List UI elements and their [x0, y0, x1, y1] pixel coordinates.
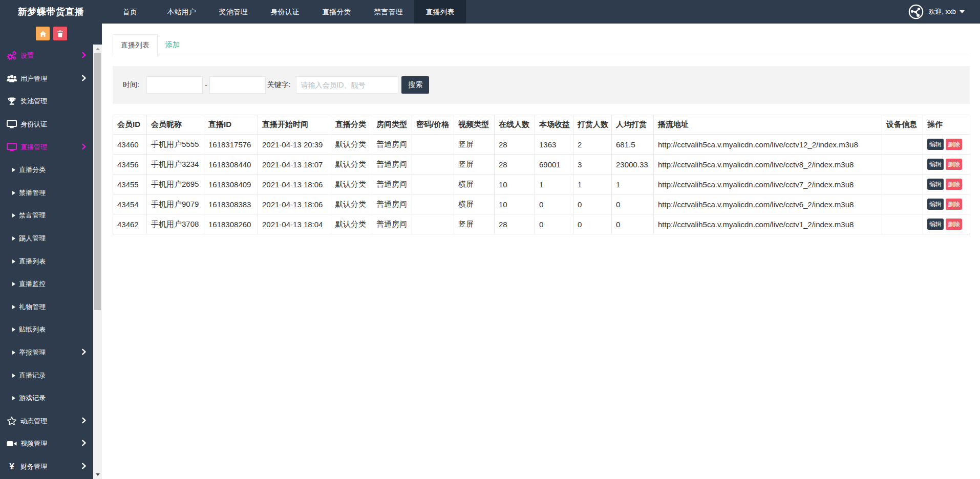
sidebar-item-label: 游戏记录 [19, 394, 46, 403]
sidebar-item[interactable]: ¥财务管理 [0, 455, 93, 478]
table-header-cell: 设备信息 [882, 115, 923, 135]
edit-button[interactable]: 编辑 [927, 139, 944, 150]
table-cell: 1618308260 [204, 214, 258, 234]
sidebar-scrollbar[interactable] [93, 45, 102, 479]
table-cell: 2021-04-13 18:06 [258, 194, 331, 214]
chevron-right-icon [82, 52, 86, 60]
sidebar-item[interactable]: 踢人管理 [0, 227, 93, 250]
sidebar-item[interactable]: 身份认证 [0, 113, 93, 136]
edit-button[interactable]: 编辑 [927, 179, 944, 190]
time-end-input[interactable] [209, 76, 266, 94]
table-cell: 2021-04-13 18:07 [258, 155, 331, 175]
table-cell: 手机用户2695 [147, 175, 204, 194]
sidebar-item-label: 礼物管理 [19, 302, 46, 312]
sidebar-item[interactable]: 禁播管理 [0, 182, 93, 205]
table-header-cell: 直播ID [204, 115, 258, 135]
table-cell [882, 155, 923, 175]
sidebar-item[interactable]: 视频管理 [0, 432, 93, 455]
table-cell-actions: 编辑删除 [923, 194, 970, 214]
table-header-cell: 直播开始时间 [258, 115, 331, 135]
keyword-input[interactable] [296, 76, 398, 94]
table-cell: http://cctvalih5ca.v.myalicdn.com/live/c… [654, 194, 882, 214]
sidebar-item[interactable]: 礼物管理 [0, 296, 93, 319]
table-cell-actions: 编辑删除 [923, 135, 970, 155]
search-button[interactable]: 搜索 [401, 76, 429, 94]
users-icon [6, 74, 17, 84]
scroll-down-arrow[interactable] [93, 470, 102, 479]
sidebar-item[interactable]: 直播管理 [0, 136, 93, 159]
delete-button[interactable]: 删除 [946, 219, 962, 230]
sidebar-item[interactable]: 直播分类 [0, 159, 93, 182]
sidebar-item-label: 禁播管理 [19, 188, 46, 198]
top-nav-item[interactable]: 奖池管理 [207, 0, 259, 24]
top-nav-item[interactable]: 本站用户 [156, 0, 207, 24]
table-cell [412, 194, 454, 214]
sidebar-item[interactable]: 用户管理 [0, 68, 93, 91]
top-nav-item[interactable]: 直播分类 [311, 0, 363, 24]
brand-title: 新梦蝶带货直播 [0, 0, 102, 24]
top-nav-item[interactable]: 首页 [104, 0, 156, 24]
table-cell: 横屏 [454, 194, 495, 214]
top-nav-item[interactable]: 禁言管理 [363, 0, 414, 24]
home-button[interactable] [36, 27, 50, 40]
table-cell: 默认分类 [331, 155, 372, 175]
table-cell: 1363 [535, 135, 573, 155]
sidebar-item[interactable]: 举报管理 [0, 341, 93, 364]
table-cell: http://cctvalih5ca.v.myalicdn.com/live/c… [654, 214, 882, 234]
table-cell: 1618308440 [204, 155, 258, 175]
table-cell: 默认分类 [331, 214, 372, 234]
edit-button[interactable]: 编辑 [927, 199, 944, 210]
table-header-cell: 会员ID [113, 115, 147, 135]
sidebar-item[interactable]: 游戏记录 [0, 387, 93, 410]
sidebar-item[interactable]: 动态管理 [0, 410, 93, 433]
top-nav-item[interactable]: 直播列表 [414, 0, 466, 24]
sidebar-item[interactable]: 直播列表 [0, 250, 93, 273]
table-cell [882, 135, 923, 155]
tab-add[interactable]: 添加 [158, 34, 187, 55]
time-dash: - [205, 81, 207, 89]
table-cell: 28 [495, 155, 535, 175]
desktop-icon [6, 120, 17, 129]
delete-button[interactable]: 删除 [946, 199, 962, 210]
table-header-cell: 操作 [923, 115, 970, 135]
caret-right-icon [12, 213, 15, 217]
table-cell: 竖屏 [454, 214, 495, 234]
sidebar-item[interactable]: 禁言管理 [0, 204, 93, 227]
chevron-right-icon [82, 349, 86, 357]
table-cell: 默认分类 [331, 135, 372, 155]
edit-button[interactable]: 编辑 [927, 219, 944, 230]
table-cell: 69001 [535, 155, 573, 175]
sidebar-item[interactable]: 奖池管理 [0, 90, 93, 113]
caret-right-icon [12, 351, 15, 355]
table-header-cell: 直播分类 [331, 115, 372, 135]
sidebar-item-label: 举报管理 [19, 348, 46, 357]
sidebar-item[interactable]: 设置 [0, 45, 93, 68]
delete-button[interactable]: 删除 [946, 159, 962, 170]
delete-button[interactable]: 删除 [946, 139, 962, 150]
edit-button[interactable]: 编辑 [927, 159, 944, 170]
table-cell: 3 [573, 155, 612, 175]
sidebar-item[interactable]: 贴纸列表 [0, 318, 93, 341]
delete-button[interactable]: 删除 [946, 179, 962, 190]
table-cell: 2021-04-13 18:04 [258, 214, 331, 234]
table-cell: 0 [573, 214, 612, 234]
table-cell: 43455 [113, 175, 147, 194]
table-cell: 2021-04-13 18:06 [258, 175, 331, 194]
table-cell-actions: 编辑删除 [923, 175, 970, 194]
sidebar-item[interactable]: 直播记录 [0, 364, 93, 387]
time-start-input[interactable] [146, 76, 203, 94]
sidebar-item[interactable]: 直播监控 [0, 273, 93, 296]
scroll-up-arrow[interactable] [93, 45, 102, 53]
table-cell: 手机用户3708 [147, 214, 204, 234]
trophy-icon [6, 97, 17, 106]
user-menu[interactable]: 欢迎, xxb [908, 0, 965, 24]
cogs-icon [6, 51, 17, 61]
table-row: 43462手机用户370816183082602021-04-13 18:04默… [113, 214, 970, 234]
tab-live-list[interactable]: 直播列表 [113, 34, 158, 56]
table-cell: 1 [612, 175, 654, 194]
scroll-thumb[interactable] [94, 53, 101, 310]
topbar: 新梦蝶带货直播 首页本站用户奖池管理身份认证直播分类禁言管理直播列表 欢迎, x… [0, 0, 980, 24]
top-nav-item[interactable]: 身份认证 [259, 0, 311, 24]
trash-button[interactable] [53, 27, 67, 40]
caret-right-icon [12, 191, 15, 195]
